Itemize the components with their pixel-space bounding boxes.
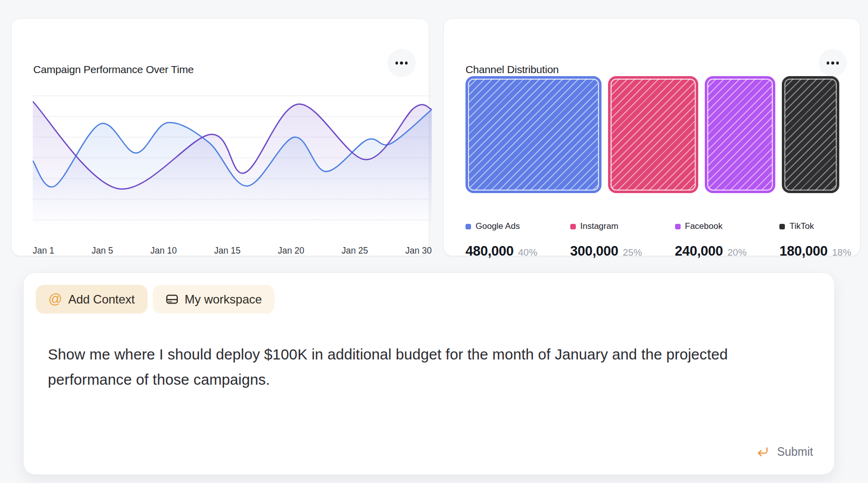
x-tick: Jan 15	[214, 246, 241, 256]
bar-instagram	[608, 76, 698, 193]
chip-label: Add Context	[68, 292, 135, 307]
add-context-button[interactable]: @ Add Context	[36, 285, 148, 314]
legend-item: Instagram	[570, 221, 675, 231]
channel-stats: 480,000 40% 300,000 25% 240,000 20% 180,…	[465, 244, 839, 259]
channel-distribution-card: Channel Distribution Google Ads Instagra…	[443, 18, 860, 256]
legend-item: Google Ads	[465, 221, 570, 231]
legend-swatch	[465, 224, 471, 229]
legend-label: TikTok	[789, 221, 814, 231]
legend-swatch	[779, 224, 785, 229]
chip-label: My workspace	[185, 292, 262, 307]
legend-item: Facebook	[675, 221, 780, 231]
legend-item: TikTok	[779, 221, 839, 231]
at-icon: @	[48, 292, 62, 306]
stat-tiktok: 180,000 18%	[779, 244, 839, 259]
x-tick: Jan 30	[405, 246, 432, 256]
submit-button[interactable]: Submit	[753, 445, 816, 459]
legend-label: Facebook	[685, 221, 723, 231]
stat-facebook: 240,000 20%	[675, 244, 780, 259]
stat-instagram: 300,000 25%	[570, 244, 675, 259]
stat-value: 240,000	[675, 244, 723, 259]
hatch-pattern	[784, 79, 837, 191]
ellipsis-icon	[827, 62, 830, 65]
chart-legend: Google Ads Instagram Facebook TikTok	[465, 221, 839, 231]
x-axis-labels: Jan 1 Jan 5 Jan 10 Jan 15 Jan 20 Jan 25 …	[33, 246, 432, 256]
ellipsis-icon	[395, 62, 398, 65]
hatch-pattern	[707, 79, 773, 191]
hard-drive-icon	[165, 292, 179, 306]
card-menu-button[interactable]	[387, 49, 416, 77]
channel-bar-chart	[465, 76, 839, 193]
x-tick: Jan 10	[151, 246, 177, 256]
x-tick: Jan 5	[92, 246, 113, 256]
stat-google-ads: 480,000 40%	[465, 244, 570, 259]
line-chart	[33, 88, 432, 225]
stat-value: 300,000	[570, 244, 619, 259]
stat-percent: 20%	[727, 247, 747, 258]
legend-label: Instagram	[580, 221, 619, 231]
campaign-performance-card: Campaign Performance Over Time Jan 1 Jan…	[11, 18, 429, 256]
legend-swatch	[570, 224, 576, 229]
card-title: Campaign Performance Over Time	[33, 64, 193, 76]
hatch-pattern	[468, 79, 599, 191]
bar-facebook	[705, 76, 775, 193]
submit-label: Submit	[777, 445, 813, 459]
my-workspace-button[interactable]: My workspace	[153, 285, 275, 314]
x-tick: Jan 25	[342, 246, 368, 256]
stat-percent: 25%	[623, 247, 642, 258]
corner-down-left-icon	[756, 445, 769, 459]
x-tick: Jan 1	[33, 246, 54, 256]
legend-swatch	[675, 224, 681, 229]
stat-percent: 18%	[832, 247, 851, 258]
legend-label: Google Ads	[476, 221, 520, 231]
x-tick: Jan 20	[278, 246, 304, 256]
stat-value: 480,000	[465, 244, 514, 259]
bar-google-ads	[465, 76, 602, 193]
hatch-pattern	[611, 79, 696, 191]
bar-tiktok	[782, 76, 839, 193]
prompt-input[interactable]: Show me where I should deploy $100K in a…	[48, 342, 733, 397]
prompt-composer-card: @ Add Context My workspace Show me where…	[23, 272, 835, 475]
context-chips: @ Add Context My workspace	[36, 285, 275, 314]
card-menu-button[interactable]	[819, 49, 847, 77]
stat-value: 180,000	[779, 244, 828, 259]
card-title: Channel Distribution	[465, 64, 559, 76]
stat-percent: 40%	[518, 247, 538, 258]
